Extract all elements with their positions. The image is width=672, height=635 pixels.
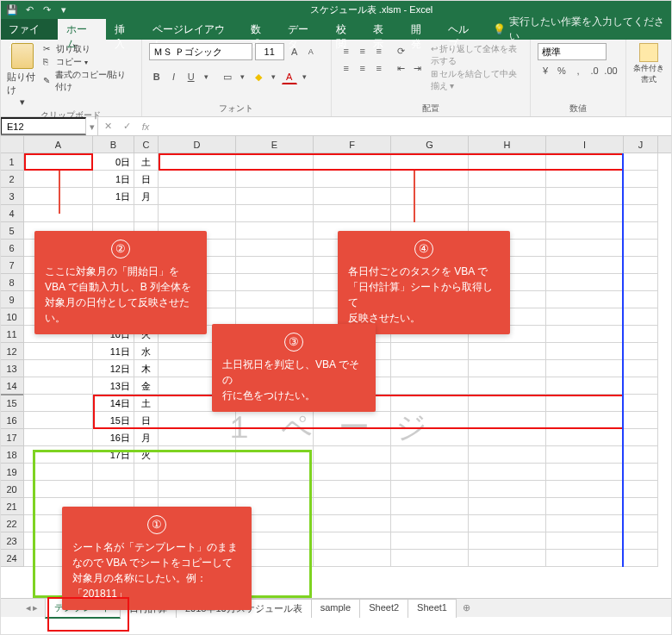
cell-F20[interactable] xyxy=(314,481,391,498)
cell-H20[interactable] xyxy=(469,481,546,498)
row-header-23[interactable]: 23 xyxy=(0,532,23,550)
cell-F22[interactable] xyxy=(314,515,391,532)
row-header-8[interactable]: 8 xyxy=(0,274,23,291)
fx-button[interactable]: fx xyxy=(136,121,155,132)
cell-J7[interactable] xyxy=(624,257,658,274)
row-header-14[interactable]: 14 xyxy=(0,377,23,395)
cancel-formula-button[interactable]: ✕ xyxy=(98,121,117,132)
cell-I12[interactable] xyxy=(546,343,624,360)
cell-H12[interactable] xyxy=(469,343,546,360)
tab-挿入[interactable]: 挿入 xyxy=(106,19,144,40)
decrease-decimal-button[interactable]: .00 xyxy=(603,63,619,78)
cell-A20[interactable] xyxy=(24,481,93,498)
cell-G13[interactable] xyxy=(391,360,469,377)
cell-J5[interactable] xyxy=(624,222,658,240)
cell-I9[interactable] xyxy=(546,291,624,308)
cell-A1[interactable] xyxy=(24,153,93,171)
cell-D3[interactable] xyxy=(159,188,236,205)
cell-I18[interactable] xyxy=(546,446,624,464)
merge-center-button[interactable]: ⊞ セルを結合して中央揃え ▾ xyxy=(431,68,523,92)
format-painter-button[interactable]: ✎書式のコピー/貼り付け xyxy=(43,69,134,93)
cell-G22[interactable] xyxy=(391,515,469,532)
wrap-text-button[interactable]: ↩ 折り返して全体を表示する xyxy=(431,43,523,67)
cell-A13[interactable] xyxy=(24,360,93,377)
cell-H4[interactable] xyxy=(469,205,546,222)
paste-button[interactable]: 貼り付け ▾ xyxy=(7,43,38,108)
row-header-20[interactable]: 20 xyxy=(0,481,23,498)
cell-I17[interactable] xyxy=(546,429,624,446)
tab-ページレイアウト[interactable]: ページレイアウト xyxy=(144,19,242,40)
cell-I5[interactable] xyxy=(546,222,624,240)
cell-I24[interactable] xyxy=(546,550,624,567)
cell-H14[interactable] xyxy=(469,377,546,395)
cell-E10[interactable] xyxy=(236,308,314,326)
row-header-12[interactable]: 12 xyxy=(0,343,23,360)
border-button[interactable]: ▭ xyxy=(220,69,235,84)
cell-J15[interactable] xyxy=(624,395,658,412)
sheet-nav-prev[interactable]: ▸ xyxy=(33,602,38,613)
cell-G18[interactable] xyxy=(391,446,469,464)
tab-データ[interactable]: データ xyxy=(279,19,327,40)
row-header-7[interactable]: 7 xyxy=(0,257,23,274)
cell-J9[interactable] xyxy=(624,291,658,308)
row-header-9[interactable]: 9 xyxy=(0,291,23,308)
col-header-A[interactable]: A xyxy=(24,136,93,153)
sheet-nav-first[interactable]: ◂ xyxy=(26,602,31,613)
cell-B1[interactable]: 0日 xyxy=(93,153,134,171)
cell-G23[interactable] xyxy=(391,532,469,550)
row-header-5[interactable]: 5 xyxy=(0,222,23,240)
cell-H15[interactable] xyxy=(469,395,546,412)
cell-J12[interactable] xyxy=(624,343,658,360)
row-header-16[interactable]: 16 xyxy=(0,412,23,429)
cell-E1[interactable] xyxy=(236,153,314,171)
formula-input[interactable] xyxy=(155,117,672,135)
cell-I3[interactable] xyxy=(546,188,624,205)
select-all-corner[interactable] xyxy=(0,136,24,153)
align-top-button[interactable]: ≡ xyxy=(339,43,354,59)
cell-C4[interactable] xyxy=(134,205,159,222)
cell-A15[interactable] xyxy=(24,395,93,412)
cell-H1[interactable] xyxy=(469,153,546,171)
underline-button[interactable]: U xyxy=(184,69,199,84)
cell-E2[interactable] xyxy=(236,171,314,188)
cell-B15[interactable]: 14日 xyxy=(93,395,134,412)
cell-J18[interactable] xyxy=(624,446,658,464)
cell-B18[interactable]: 17日 xyxy=(93,446,134,464)
cell-C12[interactable]: 水 xyxy=(134,343,159,360)
align-bottom-button[interactable]: ≡ xyxy=(371,43,387,59)
cell-I23[interactable] xyxy=(546,532,624,550)
cell-F4[interactable] xyxy=(314,205,391,222)
cell-E9[interactable] xyxy=(236,291,314,308)
cell-I2[interactable] xyxy=(546,171,624,188)
font-size-select[interactable] xyxy=(255,43,284,60)
col-header-I[interactable]: I xyxy=(546,136,624,153)
tab-home[interactable]: ホーム xyxy=(58,19,106,40)
cell-F23[interactable] xyxy=(314,532,391,550)
indent-decrease-button[interactable]: ⇤ xyxy=(394,60,409,76)
col-header-E[interactable]: E xyxy=(236,136,314,153)
cut-button[interactable]: ✂切り取り xyxy=(43,43,134,55)
cell-D4[interactable] xyxy=(159,205,236,222)
cell-A14[interactable] xyxy=(24,377,93,395)
cell-H23[interactable] xyxy=(469,532,546,550)
cell-B16[interactable]: 15日 xyxy=(93,412,134,429)
cell-E7[interactable] xyxy=(236,257,314,274)
cell-J10[interactable] xyxy=(624,308,658,326)
col-header-H[interactable]: H xyxy=(469,136,546,153)
percent-button[interactable]: % xyxy=(554,63,569,78)
cell-G12[interactable] xyxy=(391,343,469,360)
cell-J11[interactable] xyxy=(624,326,658,343)
cell-G14[interactable] xyxy=(391,377,469,395)
cell-J16[interactable] xyxy=(624,412,658,429)
cell-A18[interactable] xyxy=(24,446,93,464)
cell-F3[interactable] xyxy=(314,188,391,205)
tab-開発[interactable]: 開発 xyxy=(402,19,440,40)
cell-G19[interactable] xyxy=(391,464,469,481)
row-header-11[interactable]: 11 xyxy=(0,326,23,343)
cell-F2[interactable] xyxy=(314,171,391,188)
cell-B17[interactable]: 16日 xyxy=(93,429,134,446)
conditional-format-button[interactable]: 条件付き書式 xyxy=(633,43,664,85)
cell-C15[interactable]: 土 xyxy=(134,395,159,412)
cell-D18[interactable] xyxy=(159,446,236,464)
cell-J8[interactable] xyxy=(624,274,658,291)
